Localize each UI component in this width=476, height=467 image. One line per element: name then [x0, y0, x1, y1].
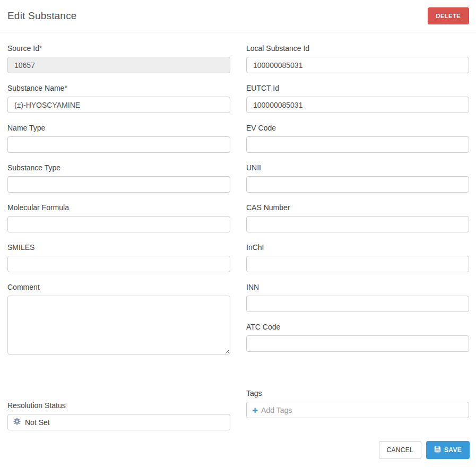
delete-button[interactable]: DELETE: [428, 7, 469, 24]
local-substance-id-input[interactable]: [246, 57, 469, 73]
tags-input[interactable]: [261, 406, 463, 414]
save-button[interactable]: SAVE: [426, 441, 470, 459]
inn-input[interactable]: [246, 296, 469, 312]
name-type-label: Name Type: [7, 124, 230, 133]
field-name-type: Name Type: [7, 124, 230, 153]
form-area: Source Id* Substance Name* Name Type Sub…: [0, 32, 476, 441]
eutct-id-label: EUTCT Id: [246, 84, 469, 93]
resolution-status-label: Resolution Status: [7, 401, 230, 410]
source-id-label: Source Id*: [7, 44, 230, 53]
unii-label: UNII: [246, 163, 469, 172]
substance-type-label: Substance Type: [7, 163, 230, 172]
field-smiles: SMILES: [7, 243, 230, 272]
field-tags: Tags +: [246, 389, 469, 418]
field-eutct-id: EUTCT Id: [246, 84, 469, 113]
ev-code-label: EV Code: [246, 124, 469, 133]
form-left-column: Source Id* Substance Name* Name Type Sub…: [7, 44, 230, 441]
field-substance-name: Substance Name*: [7, 84, 230, 113]
local-substance-id-label: Local Substance Id: [246, 44, 469, 53]
field-substance-type: Substance Type: [7, 163, 230, 193]
resolution-status-box[interactable]: Not Set: [7, 414, 230, 430]
field-cas-number: CAS Number: [246, 203, 469, 232]
plus-icon: +: [252, 405, 258, 415]
footer-actions: CANCEL SAVE: [379, 441, 470, 459]
molecular-formula-label: Molecular Formula: [7, 203, 230, 212]
unii-input[interactable]: [246, 176, 469, 193]
substance-name-input[interactable]: [7, 97, 230, 113]
inchi-input[interactable]: [246, 256, 469, 272]
eutct-id-input[interactable]: [246, 97, 469, 113]
source-id-input: [7, 57, 230, 73]
field-resolution-status: Resolution Status: [7, 401, 230, 430]
tags-box[interactable]: +: [246, 402, 469, 418]
cas-number-input[interactable]: [246, 216, 469, 232]
cancel-button[interactable]: CANCEL: [379, 441, 421, 459]
smiles-input[interactable]: [7, 256, 230, 272]
atc-code-label: ATC Code: [246, 323, 469, 332]
form-right-column: Local Substance Id EUTCT Id EV Code UNII…: [246, 44, 469, 441]
ev-code-input[interactable]: [246, 136, 469, 153]
field-comment: Comment: [7, 283, 230, 357]
comment-textarea[interactable]: [7, 296, 230, 354]
cas-number-label: CAS Number: [246, 203, 469, 212]
save-button-label: SAVE: [444, 446, 462, 454]
molecular-formula-input[interactable]: [7, 216, 230, 232]
smiles-label: SMILES: [7, 243, 230, 252]
save-floppy-icon: [434, 446, 441, 454]
field-ev-code: EV Code: [246, 124, 469, 153]
field-molecular-formula: Molecular Formula: [7, 203, 230, 232]
substance-name-label: Substance Name*: [7, 84, 230, 93]
page-title: Edit Substance: [7, 10, 77, 22]
field-unii: UNII: [246, 163, 469, 193]
name-type-input[interactable]: [7, 136, 230, 153]
field-inn: INN: [246, 283, 469, 312]
field-inchi: InChI: [246, 243, 469, 272]
field-source-id: Source Id*: [7, 44, 230, 73]
field-atc-code: ATC Code: [246, 323, 469, 352]
substance-type-input[interactable]: [7, 176, 230, 193]
comment-label: Comment: [7, 283, 230, 292]
field-local-substance-id: Local Substance Id: [246, 44, 469, 73]
edit-substance-panel: Edit Substance DELETE Source Id* Substan…: [0, 0, 476, 467]
resolution-status-value: Not Set: [25, 418, 50, 427]
atc-code-input[interactable]: [246, 335, 469, 352]
inchi-label: InChI: [246, 243, 469, 252]
gear-icon: [13, 418, 21, 427]
tags-label: Tags: [246, 389, 469, 398]
panel-header: Edit Substance DELETE: [0, 0, 476, 32]
inn-label: INN: [246, 283, 469, 292]
